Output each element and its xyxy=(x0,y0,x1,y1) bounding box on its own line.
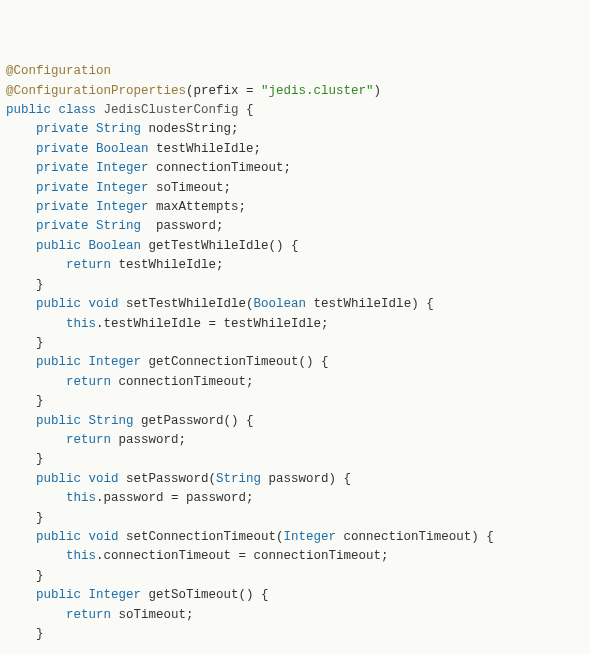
code-token: return xyxy=(66,375,111,389)
code-token: setPassword xyxy=(126,472,209,486)
code-token xyxy=(119,530,127,544)
code-token: public xyxy=(36,414,81,428)
code-token: JedisClusterConfig xyxy=(104,103,239,117)
code-token xyxy=(81,355,89,369)
code-token: Boolean xyxy=(96,142,149,156)
code-line: public Integer getConnectionTimeout() { xyxy=(6,353,584,372)
code-token xyxy=(119,297,127,311)
code-line: return testWhileIdle; xyxy=(6,256,584,275)
code-token: @ConfigurationProperties xyxy=(6,84,186,98)
code-line: private Integer connectionTimeout; xyxy=(6,159,584,178)
code-token: .password = password; xyxy=(96,491,254,505)
code-token: password; xyxy=(111,433,186,447)
code-token xyxy=(141,588,149,602)
code-line: return connectionTimeout; xyxy=(6,373,584,392)
code-line: public String getPassword() { xyxy=(6,412,584,431)
code-token: getSoTimeout xyxy=(149,588,239,602)
code-line: this.connectionTimeout = connectionTimeo… xyxy=(6,547,584,566)
code-token: () { xyxy=(299,355,329,369)
code-token: testWhileIdle; xyxy=(111,258,224,272)
code-line: private Integer soTimeout; xyxy=(6,179,584,198)
code-token: () { xyxy=(239,588,269,602)
code-token xyxy=(89,219,97,233)
code-token: testWhileIdle) { xyxy=(306,297,434,311)
code-line: private Boolean testWhileIdle; xyxy=(6,140,584,159)
code-token: this xyxy=(66,549,96,563)
code-token: .connectionTimeout = connectionTimeout; xyxy=(96,549,389,563)
code-token: this xyxy=(66,317,96,331)
code-token: this xyxy=(66,491,96,505)
code-token: getPassword xyxy=(141,414,224,428)
code-token: } xyxy=(36,394,44,408)
code-line: public void setConnectionTimeout(Integer… xyxy=(6,528,584,547)
code-token: private xyxy=(36,142,89,156)
code-token xyxy=(89,122,97,136)
code-line: this.testWhileIdle = testWhileIdle; xyxy=(6,315,584,334)
code-token: public xyxy=(36,239,81,253)
code-token: } xyxy=(36,452,44,466)
code-token: public void xyxy=(36,297,119,311)
code-line: @Configuration xyxy=(6,62,584,81)
code-token: @Configuration xyxy=(6,64,111,78)
code-token: soTimeout; xyxy=(149,181,232,195)
code-token: setConnectionTimeout xyxy=(126,530,276,544)
code-token xyxy=(81,414,89,428)
code-token: String xyxy=(96,122,141,136)
code-token: public xyxy=(36,588,81,602)
code-token: private xyxy=(36,122,89,136)
code-token: (prefix = xyxy=(186,84,261,98)
code-token xyxy=(89,181,97,195)
code-token: "jedis.cluster" xyxy=(261,84,374,98)
code-line: @ConfigurationProperties(prefix = "jedis… xyxy=(6,82,584,101)
code-line: private Integer maxAttempts; xyxy=(6,198,584,217)
code-token: String xyxy=(89,414,134,428)
code-token: private xyxy=(36,161,89,175)
code-token: Boolean xyxy=(254,297,307,311)
code-token: public void xyxy=(36,530,119,544)
code-line: return soTimeout; xyxy=(6,606,584,625)
code-token: } xyxy=(36,569,44,583)
code-token: nodesString; xyxy=(141,122,239,136)
code-line: public void setPassword(String password)… xyxy=(6,470,584,489)
code-token: ( xyxy=(209,472,217,486)
code-token: Integer xyxy=(96,161,149,175)
code-line: private String nodesString; xyxy=(6,120,584,139)
code-token: testWhileIdle; xyxy=(149,142,262,156)
code-token xyxy=(141,355,149,369)
code-token: return xyxy=(66,258,111,272)
code-line: return password; xyxy=(6,431,584,450)
code-token: public class xyxy=(6,103,96,117)
code-token xyxy=(96,103,104,117)
code-token: ( xyxy=(276,530,284,544)
code-token: maxAttempts; xyxy=(149,200,247,214)
code-token: } xyxy=(36,278,44,292)
code-line: public void setTestWhileIdle(Boolean tes… xyxy=(6,295,584,314)
code-token xyxy=(89,161,97,175)
code-token: } xyxy=(36,511,44,525)
code-token xyxy=(119,472,127,486)
code-token: Integer xyxy=(96,181,149,195)
code-token: Integer xyxy=(89,355,142,369)
code-token: private xyxy=(36,181,89,195)
code-token: () { xyxy=(269,239,299,253)
code-line: } xyxy=(6,392,584,411)
code-line: } xyxy=(6,625,584,644)
code-token: soTimeout; xyxy=(111,608,194,622)
code-token xyxy=(89,142,97,156)
code-token: Integer xyxy=(284,530,337,544)
code-line: public Boolean getTestWhileIdle() { xyxy=(6,237,584,256)
code-token: } xyxy=(36,627,44,641)
code-token: ( xyxy=(246,297,254,311)
code-token: setTestWhileIdle xyxy=(126,297,246,311)
code-block: @Configuration@ConfigurationProperties(p… xyxy=(6,62,584,644)
code-token xyxy=(134,414,142,428)
code-token: ) xyxy=(374,84,382,98)
code-token: password) { xyxy=(261,472,351,486)
code-token: String xyxy=(216,472,261,486)
code-line: } xyxy=(6,276,584,295)
code-token: public void xyxy=(36,472,119,486)
code-token: getTestWhileIdle xyxy=(149,239,269,253)
code-line: this.password = password; xyxy=(6,489,584,508)
code-token: getConnectionTimeout xyxy=(149,355,299,369)
code-token: String xyxy=(96,219,141,233)
